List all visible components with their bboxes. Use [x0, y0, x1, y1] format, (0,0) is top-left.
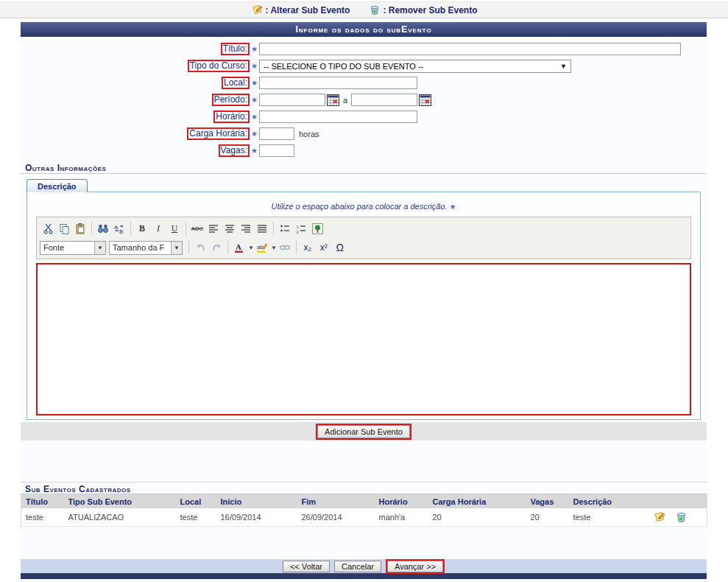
legend-bar: : Alterar Sub Evento : Remover Sub Event…	[0, 1, 728, 18]
superscript-button[interactable]: x²	[316, 240, 332, 255]
italic-button[interactable]: I	[150, 221, 166, 236]
legend-alterar-label: : Alterar Sub Evento	[266, 5, 350, 15]
periodo-inicio-input[interactable]	[259, 94, 325, 106]
highlight-box: Título:	[221, 43, 250, 55]
cell-local: teste	[176, 508, 216, 527]
bullet-list-icon[interactable]	[277, 221, 293, 236]
spacer	[21, 441, 707, 482]
numbered-list-icon[interactable]: 12	[293, 221, 309, 236]
undo-icon[interactable]	[192, 240, 208, 255]
highlight-box: Avançar >>	[386, 559, 445, 574]
required-star-icon: ★	[250, 130, 259, 138]
paste-icon[interactable]	[72, 221, 88, 236]
toolbar-separator	[130, 222, 131, 235]
tab-descricao[interactable]: Descrição	[26, 179, 88, 192]
tipo-curso-select[interactable]: -- SELECIONE O TIPO DO SUB EVENTO -- ▼	[259, 60, 571, 73]
col-header: Título	[21, 495, 64, 509]
footer-button-bar: << Voltar Cancelar Avançar >>	[21, 559, 707, 573]
align-left-icon[interactable]	[205, 221, 222, 236]
legend-remover: : Remover Sub Evento	[369, 4, 477, 16]
description-editor-area[interactable]	[36, 263, 691, 416]
highlight-box: Adicionar Sub Evento	[316, 424, 411, 440]
carga-horaria-input[interactable]	[259, 127, 294, 140]
bold-button[interactable]: B	[134, 221, 150, 236]
replace-icon[interactable]: AB	[111, 221, 127, 236]
titulo-input[interactable]	[259, 43, 681, 55]
toolbar-row-1: AB B I U ABC	[40, 219, 688, 238]
text-color-icon[interactable]: A	[231, 240, 247, 255]
link-icon[interactable]	[277, 240, 293, 255]
highlight-box: Período:	[212, 94, 250, 106]
trash-icon	[369, 4, 381, 16]
avancar-button[interactable]: Avançar >>	[387, 561, 443, 572]
cell-titulo: teste	[21, 508, 64, 527]
field-row-horario: Horário: ★	[21, 108, 707, 125]
vagas-label: Vagas:	[221, 145, 247, 155]
periodo-separator: a	[343, 96, 347, 105]
vagas-input[interactable]	[259, 144, 294, 157]
image-icon[interactable]	[309, 221, 325, 236]
calendar-icon[interactable]	[327, 94, 339, 106]
chevron-down-icon[interactable]: ▼	[248, 245, 254, 251]
chevron-down-icon: ▼	[94, 242, 105, 254]
copy-icon[interactable]	[56, 221, 72, 236]
adicionar-sub-evento-button[interactable]: Adicionar Sub Evento	[317, 425, 410, 438]
cancelar-button[interactable]: Cancelar	[334, 561, 381, 572]
calendar-icon[interactable]	[419, 94, 431, 106]
strikethrough-button[interactable]: ABC	[189, 221, 205, 236]
required-star-icon: ★	[250, 96, 259, 104]
required-star-icon: ★	[250, 147, 259, 155]
field-row-tipo-curso: Tipo do Curso: ★ -- SELECIONE O TIPO DO …	[21, 57, 707, 74]
required-star-icon: ★	[250, 45, 259, 53]
col-header: Local	[176, 495, 216, 509]
toolbar-separator	[296, 241, 297, 254]
spacer	[21, 527, 707, 559]
editor-instruction: Utilize o espaço abaixo para colocar a d…	[27, 192, 700, 211]
legend-alterar: : Alterar Sub Evento	[251, 4, 350, 16]
required-star-icon: ★	[450, 203, 456, 211]
field-row-vagas: Vagas: ★	[21, 142, 707, 159]
find-icon[interactable]	[95, 221, 111, 236]
align-right-icon[interactable]	[238, 221, 254, 236]
local-input[interactable]	[259, 77, 417, 89]
highlight-box: Vagas:	[219, 144, 250, 157]
field-row-local: Local: ★	[21, 74, 707, 91]
toolbar-separator	[273, 222, 274, 235]
horario-input[interactable]	[259, 111, 417, 123]
trash-icon	[675, 511, 688, 524]
delete-row-button[interactable]	[675, 511, 688, 524]
special-char-button[interactable]: Ω	[332, 240, 348, 255]
cell-tipo: ATUALIZACAO	[64, 508, 176, 527]
font-family-combo[interactable]: Fonte ▼	[40, 241, 106, 255]
cut-icon[interactable]	[40, 221, 56, 236]
cell-descricao: teste	[569, 508, 649, 527]
table-row: teste ATUALIZACAO teste 16/09/2014 26/09…	[21, 508, 707, 527]
chevron-down-icon[interactable]: ▼	[271, 245, 277, 251]
sub-eventos-cadastrados-caption: Sub Eventos Cadastrados	[21, 482, 707, 494]
col-header: Início	[216, 495, 297, 509]
col-header-actions	[649, 495, 707, 509]
svg-text:B: B	[119, 228, 123, 234]
highlight-color-icon[interactable]: ab	[254, 240, 270, 255]
subscript-button[interactable]: x₂	[300, 240, 316, 255]
edit-row-button[interactable]	[653, 511, 666, 524]
horario-label: Horário:	[216, 111, 247, 122]
align-center-icon[interactable]	[222, 221, 238, 236]
row-actions	[653, 511, 703, 524]
align-justify-icon[interactable]	[254, 221, 270, 236]
required-star-icon: ★	[250, 113, 259, 121]
periodo-fim-input[interactable]	[351, 94, 417, 106]
required-star-icon: ★	[250, 62, 259, 70]
field-row-carga-horaria: Carga Horária: ★ horas	[21, 125, 707, 142]
font-size-combo[interactable]: Tamanho da F ▼	[109, 241, 183, 255]
chevron-down-icon: ▼	[560, 63, 567, 70]
periodo-label: Período:	[214, 94, 247, 105]
chevron-down-icon: ▼	[171, 242, 182, 254]
edit-note-icon	[251, 4, 264, 16]
main-content: Informe os dados do subEvento Título: ★ …	[21, 22, 707, 579]
redo-icon[interactable]	[208, 240, 225, 255]
voltar-button[interactable]: << Voltar	[283, 561, 330, 572]
underline-button[interactable]: U	[166, 221, 183, 236]
col-header: Tipo Sub Evento	[64, 495, 176, 509]
sub-eventos-table: Título Tipo Sub Evento Local Início Fim …	[21, 494, 707, 527]
